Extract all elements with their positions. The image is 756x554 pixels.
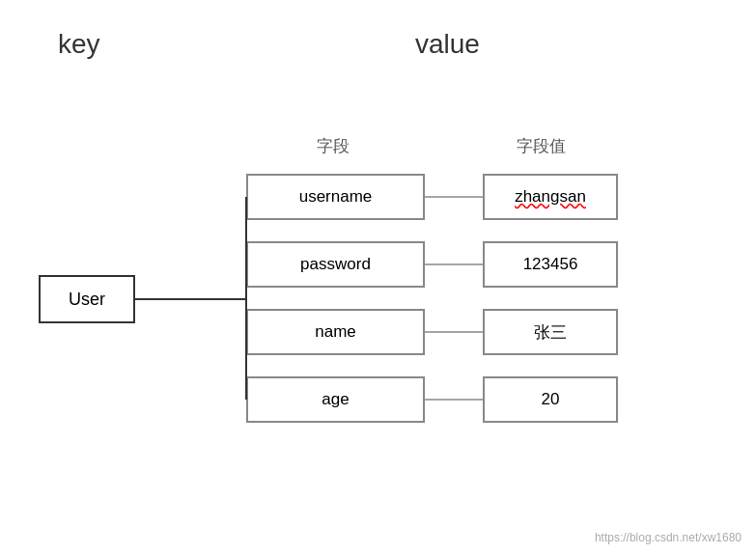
col-header-value: 字段值 bbox=[502, 135, 579, 157]
field-name-box: name bbox=[246, 309, 425, 355]
field-password-label: password bbox=[300, 255, 371, 274]
field-username-box: username bbox=[246, 174, 425, 220]
value-username-label: zhangsan bbox=[515, 187, 586, 207]
entity-user-box: User bbox=[39, 275, 135, 323]
watermark: https://blog.csdn.net/xw1680 bbox=[595, 531, 742, 544]
value-age-label: 20 bbox=[542, 390, 560, 409]
field-age-label: age bbox=[322, 390, 349, 409]
field-username-label: username bbox=[299, 187, 373, 207]
value-password-box: 123456 bbox=[483, 241, 618, 288]
diagram-area: 字段 字段值 User username password name age z… bbox=[0, 125, 756, 531]
field-name-label: name bbox=[315, 322, 356, 342]
value-age-box: 20 bbox=[483, 376, 618, 423]
field-password-box: password bbox=[246, 241, 425, 288]
col-header-field: 字段 bbox=[285, 135, 381, 157]
value-username-box: zhangsan bbox=[483, 174, 618, 220]
key-label: key bbox=[58, 29, 100, 60]
entity-user-label: User bbox=[69, 290, 105, 310]
value-password-label: 123456 bbox=[523, 255, 578, 274]
field-age-box: age bbox=[246, 376, 425, 423]
value-name-box: 张三 bbox=[483, 309, 618, 355]
value-name-label: 张三 bbox=[534, 321, 567, 344]
value-label: value bbox=[415, 29, 480, 60]
